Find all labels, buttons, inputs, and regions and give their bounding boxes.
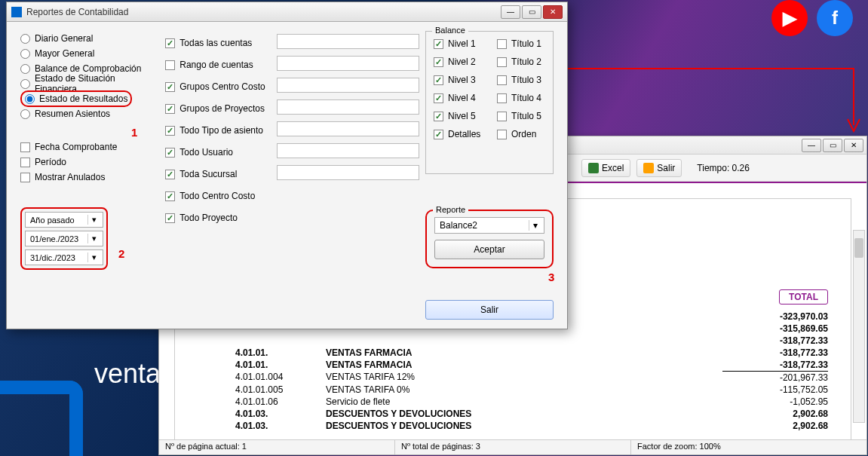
- scrollbar-thumb[interactable]: [854, 238, 863, 258]
- cell-amount: -201,967.33: [722, 371, 828, 384]
- filter-input-4[interactable]: [277, 121, 419, 136]
- filter-inputs-column: [277, 31, 419, 320]
- dialog-maximize-button[interactable]: ▭: [522, 5, 541, 19]
- balance-left-3[interactable]: Nivel 4: [434, 90, 482, 106]
- radio-input[interactable]: [25, 94, 35, 104]
- radio-mayor-general[interactable]: Mayor General: [20, 46, 159, 61]
- maximize-button[interactable]: ▭: [823, 139, 842, 152]
- checkbox-icon[interactable]: [20, 173, 30, 182]
- balance-left-1[interactable]: Nivel 2: [434, 54, 482, 69]
- filter-input-5[interactable]: [277, 143, 419, 158]
- filter-input-3[interactable]: [277, 99, 419, 115]
- balance-right-5[interactable]: Orden: [497, 127, 545, 142]
- filter-check-toda-sucursal[interactable]: Toda Sucursal: [165, 165, 270, 183]
- balance-left-4[interactable]: Nivel 5: [434, 109, 482, 124]
- balance-left-5[interactable]: Detalles: [434, 127, 482, 142]
- checkbox-icon[interactable]: [165, 148, 175, 158]
- checkbox-icon[interactable]: [20, 142, 30, 152]
- filter-input-2[interactable]: [277, 78, 419, 93]
- balance-left-2[interactable]: Nivel 3: [434, 72, 482, 87]
- cell-amount: -318,772.33: [722, 347, 828, 359]
- date-preset-dropdown[interactable]: Año pasado ▾: [25, 212, 103, 228]
- filter-check-rango-de-cuentas[interactable]: Rango de cuentas: [165, 56, 270, 74]
- close-button[interactable]: ✕: [844, 139, 863, 152]
- filter-input-6[interactable]: [277, 165, 419, 180]
- checkbox-icon[interactable]: [20, 158, 30, 167]
- radio-resumen-asientos[interactable]: Resumen Asientos: [20, 106, 159, 121]
- cell-desc: DESCUENTOS Y DEVOLUCIONES: [326, 408, 722, 420]
- dialog-close-button[interactable]: ✕: [543, 5, 563, 19]
- date-to-dropdown[interactable]: 31/dic./2023 ▾: [25, 249, 103, 265]
- checkbox-icon[interactable]: [497, 112, 507, 121]
- facebook-icon[interactable]: f: [817, 0, 853, 36]
- salir-toolbar-button[interactable]: Salir: [636, 159, 682, 177]
- radio-diario-general[interactable]: Diario General: [20, 31, 159, 46]
- salir-button[interactable]: Salir: [425, 300, 554, 320]
- balance-right-1[interactable]: Título 2: [497, 54, 545, 69]
- checkbox-icon[interactable]: [497, 93, 507, 103]
- checkbox-icon[interactable]: [434, 112, 443, 121]
- balance-right-0[interactable]: Título 1: [497, 36, 545, 51]
- checkbox-icon[interactable]: [497, 130, 507, 139]
- radio-input[interactable]: [20, 34, 30, 44]
- check-label: Fecha Comprobante: [35, 142, 117, 152]
- radio-label: Resumen Asientos: [35, 109, 110, 119]
- filter-check-todo-centro-costo[interactable]: Todo Centro Costo: [165, 187, 270, 205]
- filter-check-grupos-de-proyectos[interactable]: Grupos de Proyectos: [165, 99, 270, 118]
- checkbox-icon[interactable]: [165, 104, 175, 114]
- cell-code: 4.01.01.: [235, 359, 326, 371]
- checkbox-icon[interactable]: [434, 57, 443, 67]
- filter-check-todo-tipo-de-asiento[interactable]: Todo Tipo de asiento: [165, 121, 270, 139]
- vertical-scrollbar[interactable]: [853, 230, 865, 423]
- checkbox-icon[interactable]: [165, 191, 175, 201]
- radio-input[interactable]: [20, 64, 30, 74]
- radio-input[interactable]: [20, 109, 30, 119]
- checkbox-icon[interactable]: [434, 39, 443, 49]
- checkbox-icon[interactable]: [165, 213, 175, 223]
- filter-input-0[interactable]: [277, 34, 419, 49]
- checkbox-icon[interactable]: [497, 39, 507, 49]
- balance-left-0[interactable]: Nivel 1: [434, 36, 482, 51]
- balance-right-2[interactable]: Título 3: [497, 72, 545, 87]
- balance-right-3[interactable]: Título 4: [497, 90, 545, 106]
- balance-right-4[interactable]: Título 5: [497, 109, 545, 124]
- checkbox-icon[interactable]: [434, 130, 443, 139]
- checkbox-icon[interactable]: [165, 38, 175, 48]
- check-label: Todo Proyecto: [179, 213, 238, 223]
- aceptar-button[interactable]: Aceptar: [434, 240, 544, 259]
- checkbox-icon[interactable]: [165, 170, 175, 179]
- radio-estado-de-situaci-n-financiera[interactable]: Estado de Situación Financiera: [20, 76, 159, 91]
- filter-check-todo-proyecto[interactable]: Todo Proyecto: [165, 209, 270, 227]
- check-fecha-comprobante[interactable]: Fecha Comprobante: [20, 139, 159, 155]
- checkbox-icon[interactable]: [165, 126, 175, 136]
- youtube-icon[interactable]: ▶: [771, 0, 808, 36]
- table-row: -318,772.33: [235, 335, 828, 347]
- radio-input[interactable]: [20, 79, 30, 89]
- radio-input[interactable]: [20, 49, 30, 59]
- minimize-button[interactable]: —: [802, 139, 821, 152]
- dialog-title-icon: [11, 7, 22, 17]
- dialog-minimize-button[interactable]: —: [501, 5, 520, 19]
- folder-icon: [643, 163, 654, 173]
- filter-check-todo-usuario[interactable]: Todo Usuario: [165, 143, 270, 161]
- check-mostrar-anulados[interactable]: Mostrar Anulados: [20, 170, 159, 185]
- checkbox-icon[interactable]: [434, 93, 443, 103]
- filter-input-1[interactable]: [277, 56, 419, 71]
- table-row: 4.01.01.VENTAS FARMACIA-318,772.33: [235, 347, 828, 359]
- checkbox-icon[interactable]: [165, 82, 175, 92]
- checkbox-icon[interactable]: [497, 75, 507, 85]
- check-label: Todas las cuentas: [179, 38, 252, 48]
- checkbox-icon[interactable]: [165, 60, 175, 70]
- check-per-odo[interactable]: Período: [20, 155, 159, 170]
- filter-check-todas-las-cuentas[interactable]: Todas las cuentas: [165, 34, 270, 52]
- cell-desc: VENTAS FARMACIA: [326, 359, 722, 371]
- checkbox-icon[interactable]: [434, 75, 443, 85]
- filter-check-grupos-centro-costo[interactable]: Grupos Centro Costo: [165, 78, 270, 96]
- check-label: Mostrar Anulados: [35, 172, 105, 182]
- checkbox-icon[interactable]: [497, 57, 507, 67]
- excel-button[interactable]: Excel: [581, 159, 630, 177]
- date-from-dropdown[interactable]: 01/ene./2023 ▾: [25, 231, 103, 246]
- reporte-dropdown[interactable]: Balance2 ▾: [434, 217, 544, 234]
- check-label: Nivel 4: [448, 93, 476, 103]
- bg-ventas-label: venta: [94, 358, 161, 390]
